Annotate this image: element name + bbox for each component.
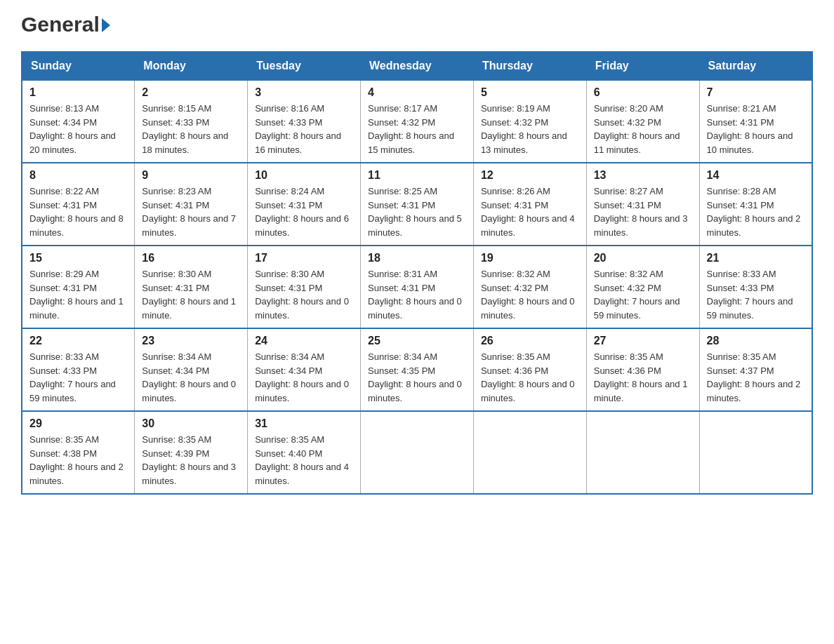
day-info: Sunrise: 8:19 AM Sunset: 4:32 PM Dayligh… xyxy=(481,102,579,156)
calendar-cell: 6 Sunrise: 8:20 AM Sunset: 4:32 PM Dayli… xyxy=(586,80,699,163)
calendar-week-2: 8 Sunrise: 8:22 AM Sunset: 4:31 PM Dayli… xyxy=(22,163,812,246)
day-number: 7 xyxy=(707,86,805,99)
day-header-sunday: Sunday xyxy=(22,52,135,80)
calendar-week-3: 15 Sunrise: 8:29 AM Sunset: 4:31 PM Dayl… xyxy=(22,246,812,328)
calendar-cell: 5 Sunrise: 8:19 AM Sunset: 4:32 PM Dayli… xyxy=(473,80,586,163)
day-info: Sunrise: 8:35 AM Sunset: 4:36 PM Dayligh… xyxy=(481,350,579,405)
day-info: Sunrise: 8:25 AM Sunset: 4:31 PM Dayligh… xyxy=(368,185,466,239)
day-info: Sunrise: 8:21 AM Sunset: 4:31 PM Dayligh… xyxy=(707,102,805,156)
day-number: 12 xyxy=(481,169,579,182)
calendar-table: SundayMondayTuesdayWednesdayThursdayFrid… xyxy=(21,51,813,495)
calendar-cell: 15 Sunrise: 8:29 AM Sunset: 4:31 PM Dayl… xyxy=(22,246,135,328)
calendar-week-5: 29 Sunrise: 8:35 AM Sunset: 4:38 PM Dayl… xyxy=(22,411,812,494)
day-info: Sunrise: 8:34 AM Sunset: 4:35 PM Dayligh… xyxy=(368,350,466,405)
calendar-cell: 18 Sunrise: 8:31 AM Sunset: 4:31 PM Dayl… xyxy=(361,246,474,328)
logo: General xyxy=(21,14,110,37)
day-info: Sunrise: 8:34 AM Sunset: 4:34 PM Dayligh… xyxy=(142,350,240,405)
calendar-cell: 22 Sunrise: 8:33 AM Sunset: 4:33 PM Dayl… xyxy=(22,328,135,411)
day-info: Sunrise: 8:15 AM Sunset: 4:33 PM Dayligh… xyxy=(142,102,240,156)
day-info: Sunrise: 8:13 AM Sunset: 4:34 PM Dayligh… xyxy=(29,102,127,156)
calendar-header-row: SundayMondayTuesdayWednesdayThursdayFrid… xyxy=(22,52,812,80)
day-info: Sunrise: 8:26 AM Sunset: 4:31 PM Dayligh… xyxy=(481,185,579,239)
day-info: Sunrise: 8:35 AM Sunset: 4:40 PM Dayligh… xyxy=(255,433,353,488)
day-header-wednesday: Wednesday xyxy=(361,52,474,80)
day-number: 17 xyxy=(255,252,353,264)
day-number: 4 xyxy=(368,86,466,99)
day-number: 27 xyxy=(594,335,692,347)
logo-general-text: General xyxy=(21,14,100,35)
day-info: Sunrise: 8:20 AM Sunset: 4:32 PM Dayligh… xyxy=(594,102,692,156)
day-number: 20 xyxy=(594,252,692,264)
calendar-cell xyxy=(699,411,812,494)
page-header: General xyxy=(21,14,813,37)
calendar-cell: 30 Sunrise: 8:35 AM Sunset: 4:39 PM Dayl… xyxy=(135,411,248,494)
day-info: Sunrise: 8:28 AM Sunset: 4:31 PM Dayligh… xyxy=(707,185,805,239)
day-number: 15 xyxy=(29,252,127,264)
calendar-cell: 26 Sunrise: 8:35 AM Sunset: 4:36 PM Dayl… xyxy=(473,328,586,411)
day-number: 26 xyxy=(481,335,579,347)
calendar-cell: 31 Sunrise: 8:35 AM Sunset: 4:40 PM Dayl… xyxy=(248,411,361,494)
calendar-cell xyxy=(586,411,699,494)
day-info: Sunrise: 8:27 AM Sunset: 4:31 PM Dayligh… xyxy=(594,185,692,239)
calendar-cell: 16 Sunrise: 8:30 AM Sunset: 4:31 PM Dayl… xyxy=(135,246,248,328)
day-info: Sunrise: 8:32 AM Sunset: 4:32 PM Dayligh… xyxy=(594,267,692,322)
calendar-cell xyxy=(473,411,586,494)
day-info: Sunrise: 8:34 AM Sunset: 4:34 PM Dayligh… xyxy=(255,350,353,405)
day-number: 11 xyxy=(368,169,466,182)
day-header-thursday: Thursday xyxy=(473,52,586,80)
day-number: 6 xyxy=(594,86,692,99)
day-number: 18 xyxy=(368,252,466,264)
day-info: Sunrise: 8:31 AM Sunset: 4:31 PM Dayligh… xyxy=(368,267,466,322)
logo-triangle-icon xyxy=(102,18,110,32)
day-info: Sunrise: 8:32 AM Sunset: 4:32 PM Dayligh… xyxy=(481,267,579,322)
day-number: 23 xyxy=(142,335,240,347)
calendar-cell: 19 Sunrise: 8:32 AM Sunset: 4:32 PM Dayl… xyxy=(473,246,586,328)
calendar-cell: 24 Sunrise: 8:34 AM Sunset: 4:34 PM Dayl… xyxy=(248,328,361,411)
day-number: 29 xyxy=(29,417,127,430)
day-info: Sunrise: 8:24 AM Sunset: 4:31 PM Dayligh… xyxy=(255,185,353,239)
day-number: 8 xyxy=(29,169,127,182)
calendar-cell: 11 Sunrise: 8:25 AM Sunset: 4:31 PM Dayl… xyxy=(361,163,474,246)
calendar-cell: 13 Sunrise: 8:27 AM Sunset: 4:31 PM Dayl… xyxy=(586,163,699,246)
calendar-cell: 10 Sunrise: 8:24 AM Sunset: 4:31 PM Dayl… xyxy=(248,163,361,246)
calendar-cell: 3 Sunrise: 8:16 AM Sunset: 4:33 PM Dayli… xyxy=(248,80,361,163)
day-number: 19 xyxy=(481,252,579,264)
calendar-cell: 2 Sunrise: 8:15 AM Sunset: 4:33 PM Dayli… xyxy=(135,80,248,163)
day-number: 5 xyxy=(481,86,579,99)
calendar-cell: 27 Sunrise: 8:35 AM Sunset: 4:36 PM Dayl… xyxy=(586,328,699,411)
day-number: 1 xyxy=(29,86,127,99)
calendar-cell: 29 Sunrise: 8:35 AM Sunset: 4:38 PM Dayl… xyxy=(22,411,135,494)
day-number: 25 xyxy=(368,335,466,347)
day-info: Sunrise: 8:16 AM Sunset: 4:33 PM Dayligh… xyxy=(255,102,353,156)
day-number: 14 xyxy=(707,169,805,182)
day-header-friday: Friday xyxy=(586,52,699,80)
day-info: Sunrise: 8:35 AM Sunset: 4:39 PM Dayligh… xyxy=(142,433,240,488)
calendar-cell: 20 Sunrise: 8:32 AM Sunset: 4:32 PM Dayl… xyxy=(586,246,699,328)
day-number: 13 xyxy=(594,169,692,182)
calendar-cell: 4 Sunrise: 8:17 AM Sunset: 4:32 PM Dayli… xyxy=(361,80,474,163)
day-info: Sunrise: 8:17 AM Sunset: 4:32 PM Dayligh… xyxy=(368,102,466,156)
day-info: Sunrise: 8:35 AM Sunset: 4:37 PM Dayligh… xyxy=(707,350,805,405)
day-number: 3 xyxy=(255,86,353,99)
day-info: Sunrise: 8:30 AM Sunset: 4:31 PM Dayligh… xyxy=(142,267,240,322)
day-info: Sunrise: 8:23 AM Sunset: 4:31 PM Dayligh… xyxy=(142,185,240,239)
day-info: Sunrise: 8:33 AM Sunset: 4:33 PM Dayligh… xyxy=(29,350,127,405)
day-info: Sunrise: 8:29 AM Sunset: 4:31 PM Dayligh… xyxy=(29,267,127,322)
day-number: 21 xyxy=(707,252,805,264)
day-number: 10 xyxy=(255,169,353,182)
day-info: Sunrise: 8:33 AM Sunset: 4:33 PM Dayligh… xyxy=(707,267,805,322)
calendar-cell: 17 Sunrise: 8:30 AM Sunset: 4:31 PM Dayl… xyxy=(248,246,361,328)
calendar-cell xyxy=(361,411,474,494)
day-number: 22 xyxy=(29,335,127,347)
day-header-saturday: Saturday xyxy=(699,52,812,80)
day-number: 9 xyxy=(142,169,240,182)
calendar-week-1: 1 Sunrise: 8:13 AM Sunset: 4:34 PM Dayli… xyxy=(22,80,812,163)
day-header-monday: Monday xyxy=(135,52,248,80)
day-number: 2 xyxy=(142,86,240,99)
day-info: Sunrise: 8:35 AM Sunset: 4:38 PM Dayligh… xyxy=(29,433,127,488)
day-info: Sunrise: 8:35 AM Sunset: 4:36 PM Dayligh… xyxy=(594,350,692,405)
calendar-cell: 1 Sunrise: 8:13 AM Sunset: 4:34 PM Dayli… xyxy=(22,80,135,163)
calendar-cell: 23 Sunrise: 8:34 AM Sunset: 4:34 PM Dayl… xyxy=(135,328,248,411)
day-number: 31 xyxy=(255,417,353,430)
day-number: 28 xyxy=(707,335,805,347)
